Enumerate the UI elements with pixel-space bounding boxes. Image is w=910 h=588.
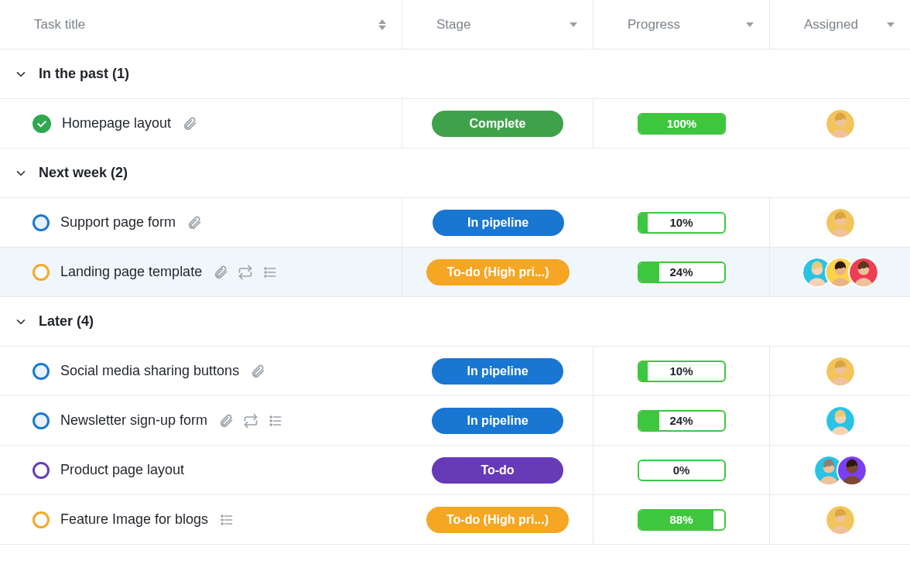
- dropdown-icon: [570, 22, 577, 27]
- chevron-down-icon: [14, 315, 28, 329]
- progress-label: 24%: [639, 412, 724, 430]
- progress-cell[interactable]: 24%: [594, 396, 770, 446]
- task-title: Landing page template: [60, 264, 202, 280]
- stage-cell[interactable]: In pipeline: [402, 347, 594, 396]
- avatar[interactable]: [825, 356, 856, 387]
- attachment-icon[interactable]: [182, 116, 197, 132]
- assigned-cell[interactable]: [770, 99, 910, 149]
- group-title: Later (4): [39, 313, 94, 330]
- task-cell[interactable]: Newsletter sign-up form: [0, 396, 402, 446]
- attachment-icon[interactable]: [213, 265, 228, 280]
- status-circle[interactable]: [32, 363, 50, 380]
- task-title: Newsletter sign-up form: [60, 412, 207, 429]
- column-header-label: Stage: [436, 17, 470, 32]
- sort-icon: [378, 19, 386, 30]
- assigned-cell[interactable]: [770, 248, 910, 297]
- recurring-icon[interactable]: [243, 413, 258, 429]
- group-header[interactable]: Next week (2): [0, 149, 910, 198]
- column-header-stage[interactable]: Stage: [402, 0, 594, 50]
- stage-pill[interactable]: In pipeline: [432, 358, 563, 385]
- svg-point-33: [221, 515, 223, 517]
- attachment-icon[interactable]: [250, 364, 265, 379]
- progress-bar: 24%: [638, 262, 726, 283]
- stage-pill[interactable]: In pipeline: [432, 408, 563, 434]
- task-cell[interactable]: Homepage layout: [0, 99, 402, 149]
- column-header-assigned[interactable]: Assigned: [770, 0, 910, 50]
- svg-point-34: [221, 519, 223, 521]
- checklist-icon[interactable]: [262, 265, 278, 280]
- progress-cell[interactable]: 10%: [594, 347, 770, 396]
- task-cell[interactable]: Product page layout: [0, 446, 402, 495]
- assigned-cell[interactable]: [770, 495, 910, 545]
- attachment-icon[interactable]: [186, 215, 202, 231]
- progress-label: 10%: [639, 362, 724, 381]
- avatar[interactable]: [836, 455, 867, 486]
- column-header-label: Assigned: [804, 17, 858, 32]
- progress-label: 0%: [639, 461, 724, 480]
- stage-cell[interactable]: Complete: [402, 99, 594, 149]
- stage-cell[interactable]: To-do: [402, 446, 594, 495]
- column-header-progress[interactable]: Progress: [594, 0, 770, 50]
- group-header[interactable]: In the past (1): [0, 50, 910, 99]
- progress-bar: 10%: [638, 361, 726, 382]
- stage-pill[interactable]: To-do (High pri...): [426, 259, 569, 285]
- group-title: Next week (2): [39, 165, 128, 181]
- status-circle[interactable]: [32, 462, 50, 479]
- stage-cell[interactable]: In pipeline: [402, 198, 594, 248]
- progress-label: 88%: [639, 511, 724, 529]
- task-title: Homepage layout: [62, 115, 171, 132]
- stage-cell[interactable]: To-do (High pri...): [402, 495, 594, 545]
- group-title: In the past (1): [39, 66, 129, 82]
- stage-pill[interactable]: Complete: [432, 111, 563, 137]
- assigned-cell[interactable]: [770, 396, 910, 446]
- progress-label: 100%: [639, 115, 724, 133]
- status-circle[interactable]: [32, 264, 50, 281]
- avatar[interactable]: [825, 207, 856, 238]
- stage-pill[interactable]: To-do (High pri...): [426, 507, 569, 533]
- dropdown-icon: [887, 22, 895, 27]
- stage-pill[interactable]: In pipeline: [433, 210, 564, 236]
- assigned-cell[interactable]: [770, 446, 910, 495]
- svg-point-23: [270, 424, 272, 426]
- svg-point-21: [270, 416, 272, 418]
- progress-bar: 88%: [638, 509, 726, 531]
- progress-bar: 100%: [638, 113, 726, 135]
- svg-point-9: [265, 275, 266, 277]
- assigned-cell[interactable]: [770, 347, 910, 396]
- checklist-icon[interactable]: [268, 413, 283, 429]
- task-cell[interactable]: Feature Image for blogs: [0, 495, 402, 545]
- dropdown-icon: [746, 22, 754, 27]
- task-cell[interactable]: Social media sharing buttons: [0, 347, 402, 396]
- stage-pill[interactable]: To-do: [432, 457, 563, 484]
- progress-cell[interactable]: 88%: [594, 495, 770, 545]
- avatar[interactable]: [848, 257, 879, 288]
- avatar[interactable]: [825, 108, 856, 139]
- assigned-cell[interactable]: [770, 198, 910, 248]
- stage-cell[interactable]: In pipeline: [402, 396, 594, 446]
- checklist-icon[interactable]: [219, 512, 234, 528]
- progress-cell[interactable]: 100%: [594, 99, 770, 149]
- progress-label: 24%: [639, 263, 724, 282]
- stage-cell[interactable]: To-do (High pri...): [402, 248, 594, 297]
- chevron-down-icon: [14, 166, 28, 180]
- progress-cell[interactable]: 0%: [594, 446, 770, 495]
- status-circle[interactable]: [32, 412, 50, 429]
- progress-cell[interactable]: 10%: [594, 198, 770, 248]
- task-cell[interactable]: Support page form: [0, 198, 402, 248]
- progress-bar: 0%: [638, 460, 726, 481]
- task-title: Feature Image for blogs: [60, 511, 208, 528]
- avatar[interactable]: [825, 405, 856, 436]
- task-title: Social media sharing buttons: [60, 363, 239, 379]
- column-header-label: Progress: [628, 17, 680, 32]
- avatar[interactable]: [825, 504, 856, 535]
- status-complete-icon[interactable]: [32, 115, 51, 133]
- svg-point-8: [265, 272, 266, 273]
- progress-cell[interactable]: 24%: [594, 248, 770, 297]
- status-circle[interactable]: [32, 511, 50, 528]
- group-header[interactable]: Later (4): [0, 297, 910, 347]
- status-circle[interactable]: [32, 214, 50, 231]
- task-cell[interactable]: Landing page template: [0, 248, 402, 297]
- attachment-icon[interactable]: [218, 413, 234, 429]
- column-header-task-title[interactable]: Task title: [0, 0, 402, 50]
- recurring-icon[interactable]: [238, 265, 253, 280]
